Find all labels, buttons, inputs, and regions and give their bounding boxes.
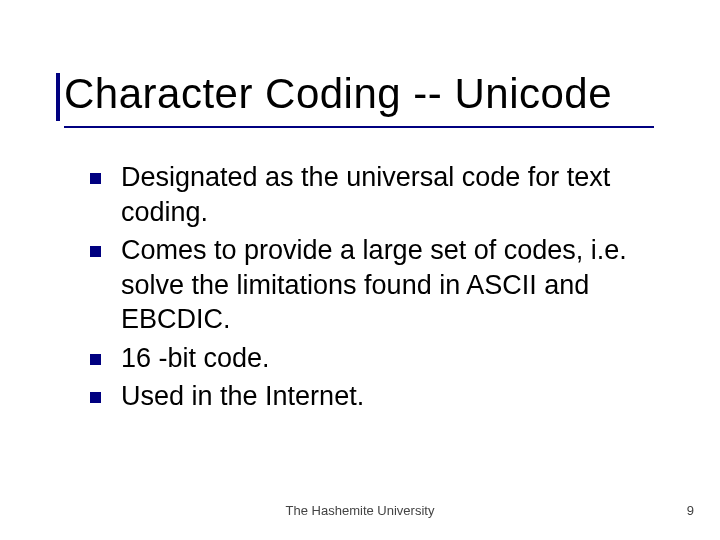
list-item: 16 -bit code. (90, 341, 645, 376)
slide-title: Character Coding -- Unicode (64, 70, 690, 118)
square-bullet-icon (90, 246, 101, 257)
list-item: Used in the Internet. (90, 379, 645, 414)
page-number: 9 (687, 503, 694, 518)
square-bullet-icon (90, 354, 101, 365)
title-block: Character Coding -- Unicode (64, 70, 690, 128)
footer-center-text: The Hashemite University (0, 503, 720, 518)
slide: Character Coding -- Unicode Designated a… (0, 0, 720, 540)
bullet-text: Comes to provide a large set of codes, i… (121, 233, 645, 337)
list-item: Comes to provide a large set of codes, i… (90, 233, 645, 337)
title-underline (64, 126, 654, 128)
bullet-list: Designated as the universal code for tex… (90, 160, 645, 418)
bullet-text: Designated as the universal code for tex… (121, 160, 645, 229)
square-bullet-icon (90, 173, 101, 184)
title-accent-bar (56, 73, 60, 121)
square-bullet-icon (90, 392, 101, 403)
list-item: Designated as the universal code for tex… (90, 160, 645, 229)
bullet-text: 16 -bit code. (121, 341, 270, 376)
bullet-text: Used in the Internet. (121, 379, 364, 414)
